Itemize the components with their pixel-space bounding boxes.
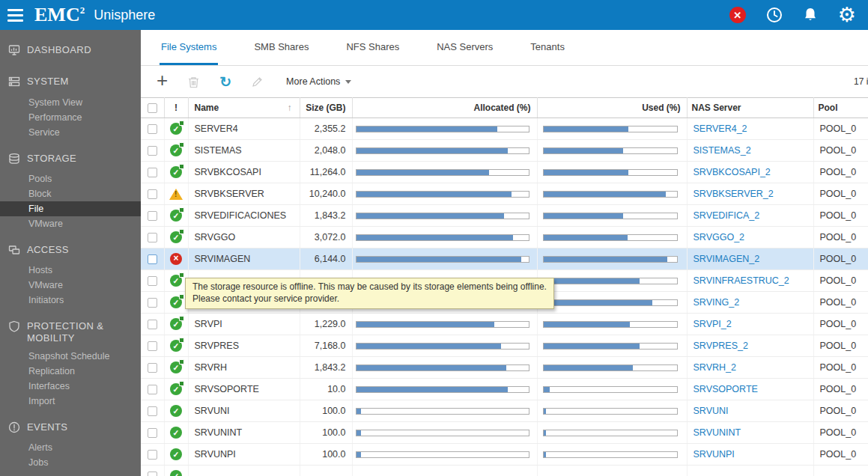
edit-pencil-icon[interactable] [252, 76, 263, 88]
more-actions-button[interactable]: More Actions [286, 76, 351, 87]
table-row[interactable]: ✓SRVGGO3,072.0SRVGGO_2POOL_0 [141, 227, 868, 248]
sidebar-item-interfaces[interactable]: Interfaces [0, 379, 141, 394]
sidebar-section-system[interactable]: SYSTEM [0, 72, 141, 94]
table-row[interactable]: ✓SRVUNI100.0SRVUNIPOOL_0 [141, 400, 868, 422]
sidebar-section-dashboard[interactable]: DASHBOARD [0, 40, 141, 63]
nas-server-link[interactable]: SRVGGO_2 [694, 232, 745, 242]
notifications-bell-icon[interactable] [803, 7, 818, 23]
sidebar-item-hosts[interactable]: Hosts [0, 263, 141, 278]
row-checkbox[interactable] [148, 363, 157, 373]
sidebar-section: SYSTEMSystem ViewPerformanceService [0, 72, 141, 139]
system-alerts-error-icon[interactable]: ✕ [729, 7, 746, 23]
col-header-select[interactable] [141, 98, 164, 118]
row-checkbox[interactable] [148, 254, 157, 264]
tab-nfs-shares[interactable]: NFS Shares [345, 30, 401, 65]
table-row[interactable]: ✓SRVPI1,229.0SRVPI_2POOL_0 [141, 314, 868, 335]
table-row[interactable]: ✓SRVEDIFICACIONES1,843.2SRVEDIFICA_2POOL… [141, 205, 868, 227]
tab-nas-servers[interactable]: NAS Servers [435, 30, 494, 65]
col-header-used[interactable]: Used (%) [537, 98, 687, 118]
used-bar [543, 343, 678, 350]
sidebar-item-service[interactable]: Service [0, 125, 141, 140]
sidebar-item-vmware[interactable]: VMware [0, 216, 141, 231]
nas-server-link[interactable]: SRVUNI [694, 406, 729, 416]
sidebar-section-label: SYSTEM [27, 76, 69, 88]
sidebar-item-pools[interactable]: Pools [0, 171, 141, 186]
nas-server-link[interactable]: SISTEMAS_2 [694, 145, 751, 156]
table-row[interactable]: ✓SRVPRES7,168.0SRVPRES_2POOL_0 [141, 335, 868, 357]
row-checkbox[interactable] [148, 385, 157, 394]
table-row[interactable]: ✓ [141, 466, 868, 476]
nas-server-link[interactable]: SRVUNPI [694, 449, 735, 460]
sidebar-item-snapshot-schedule[interactable]: Snapshot Schedule [0, 349, 141, 364]
sidebar-item-replication[interactable]: Replication [0, 364, 141, 379]
add-icon[interactable]: + [157, 70, 168, 90]
table-row[interactable]: ✓SRVBKCOSAPI11,264.0SRVBKCOSAPI_2POOL_0 [141, 162, 868, 183]
row-checkbox[interactable] [148, 168, 157, 177]
menu-icon[interactable] [0, 9, 30, 22]
row-checkbox[interactable] [148, 472, 157, 476]
row-checkbox[interactable] [148, 233, 157, 242]
sidebar-item-file[interactable]: File [0, 201, 141, 216]
nas-server-link[interactable]: SRVPI_2 [694, 319, 732, 329]
sidebar-section-events[interactable]: EVENTS [0, 418, 141, 440]
row-checkbox[interactable] [148, 341, 157, 351]
table-row[interactable]: ✓SERVER42,355.2SERVER4_2POOL_0 [141, 118, 868, 140]
sidebar-item-performance[interactable]: Performance [0, 110, 141, 125]
table-row[interactable]: ×SRVIMAGEN6,144.0SRVIMAGEN_2POOL_0 [141, 248, 868, 270]
row-checkbox[interactable] [148, 428, 157, 438]
col-header-pool[interactable]: Pool [813, 98, 868, 118]
table-row[interactable]: ✓SRVUNINT100.0SRVUNINTPOOL_0 [141, 422, 868, 444]
refresh-icon[interactable]: ↻ [219, 75, 231, 89]
row-checkbox[interactable] [148, 124, 157, 134]
col-header-name[interactable]: Name↑ [188, 98, 300, 118]
row-checkbox[interactable] [148, 211, 157, 221]
sidebar-item-jobs[interactable]: Jobs [0, 455, 141, 470]
table-row[interactable]: ✓SRVUNPI100.0SRVUNPIPOOL_0 [141, 444, 868, 466]
sidebar-item-alerts[interactable]: Alerts [0, 440, 141, 455]
row-checkbox[interactable] [148, 146, 157, 156]
nas-server-link[interactable]: SERVER4_2 [694, 123, 747, 134]
col-header-status[interactable]: ! [164, 98, 188, 118]
nas-server-link[interactable]: SRVRH_2 [694, 362, 736, 373]
nas-server-link[interactable]: SRVBKSERVER_2 [694, 189, 774, 199]
status-ok-icon: ✓ [170, 275, 182, 287]
col-header-size[interactable]: Size (GB) [300, 98, 352, 118]
nas-server-link[interactable]: SRVSOPORTE [694, 384, 758, 394]
col-header-allocated[interactable]: Allocated (%) [352, 98, 537, 118]
table-row[interactable]: ✓SRVRH1,843.2SRVRH_2POOL_0 [141, 357, 868, 379]
nas-server-link[interactable]: SRVEDIFICA_2 [694, 210, 760, 221]
table-row[interactable]: SRVBKSERVER10,240.0SRVBKSERVER_2POOL_0 [141, 183, 868, 205]
settings-gear-icon[interactable]: ⚙ [838, 5, 856, 25]
jobs-clock-icon[interactable] [766, 7, 783, 23]
fs-name [188, 466, 300, 476]
sidebar-item-import[interactable]: Import [0, 394, 141, 409]
sidebar-item-vmware[interactable]: VMware [0, 278, 141, 293]
col-header-nas_server[interactable]: NAS Server [687, 98, 813, 118]
sidebar-section-access[interactable]: ACCESS [0, 240, 141, 263]
sidebar-item-system-view[interactable]: System View [0, 95, 141, 110]
tab-tenants[interactable]: Tenants [529, 30, 566, 65]
sidebar-section-storage[interactable]: STORAGE [0, 149, 141, 171]
nas-server-link[interactable]: SRVBKCOSAPI_2 [694, 167, 771, 177]
row-checkbox[interactable] [148, 189, 157, 199]
row-checkbox[interactable] [148, 298, 157, 308]
status-ok-icon: ✓ [170, 340, 182, 352]
table-row[interactable]: ✓SRVSOPORTE10.0SRVSOPORTEPOOL_0 [141, 379, 868, 400]
nas-server-link[interactable]: SRVUNINT [694, 427, 741, 438]
tab-file-systems[interactable]: File Systems [160, 30, 218, 65]
sidebar-item-initiators[interactable]: Initiators [0, 293, 141, 308]
nas-server-link[interactable]: SRVPRES_2 [694, 341, 748, 351]
nas-server-link[interactable]: SRVING_2 [694, 297, 740, 308]
nas-server-link[interactable]: SRVIMAGEN_2 [694, 254, 760, 264]
nas-server-link[interactable]: SRVINFRAESTRUC_2 [694, 275, 789, 286]
row-checkbox[interactable] [148, 450, 157, 460]
row-checkbox[interactable] [148, 406, 157, 416]
sidebar-item-block[interactable]: Block [0, 186, 141, 201]
row-checkbox[interactable] [148, 276, 157, 286]
row-checkbox[interactable] [148, 320, 157, 329]
table-row[interactable]: ✓SISTEMAS2,048.0SISTEMAS_2POOL_0 [141, 140, 868, 162]
sidebar-section-protection-mobility[interactable]: PROTECTION & MOBILITY [0, 317, 141, 349]
tab-smb-shares[interactable]: SMB Shares [252, 30, 310, 65]
delete-icon[interactable] [188, 76, 199, 88]
select-all-checkbox[interactable] [148, 103, 157, 113]
